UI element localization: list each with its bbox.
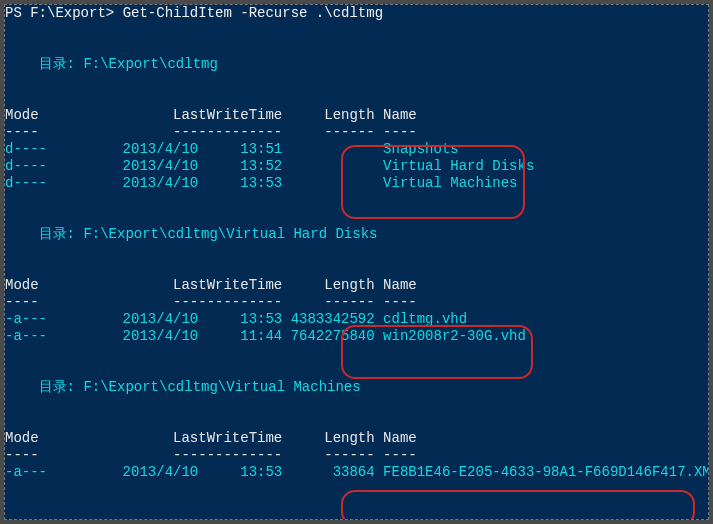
- table-row: -a--- 2013/4/10 13:53 4383342592 cdltmg.…: [5, 311, 708, 328]
- blank-line: [5, 73, 708, 90]
- col-lwt: LastWriteTime: [114, 277, 282, 293]
- blank-line: [5, 192, 708, 209]
- table-row: -a--- 2013/4/10 13:53 33864 FE8B1E46-E20…: [5, 464, 708, 481]
- column-header: Mode LastWriteTime Length Name: [5, 277, 708, 294]
- dir-line: 目录: F:\Export\cdltmg: [5, 56, 708, 73]
- row-time: 13:51: [198, 141, 282, 157]
- blank-line: [5, 260, 708, 277]
- powershell-terminal[interactable]: PS F:\Export> Get-ChildItem -Recurse .\c…: [5, 5, 708, 481]
- col-lwt: LastWriteTime: [114, 430, 282, 446]
- row-date: 2013/4/10: [114, 141, 198, 157]
- row-mode: d----: [5, 175, 114, 191]
- div-name: ----: [383, 124, 417, 140]
- row-time: 11:44: [198, 328, 282, 344]
- blank-line: [5, 396, 708, 413]
- row-length: 33864: [282, 464, 374, 480]
- screenshot-frame: PS F:\Export> Get-ChildItem -Recurse .\c…: [4, 4, 709, 520]
- row-time: 13:53: [198, 311, 282, 327]
- dir-line: 目录: F:\Export\cdltmg\Virtual Hard Disks: [5, 226, 708, 243]
- column-divider: ---- ------------- ------ ----: [5, 124, 708, 141]
- row-length: 7642275840: [282, 328, 374, 344]
- div-length: ------: [282, 447, 374, 463]
- table-row: d---- 2013/4/10 13:51 Snapshots: [5, 141, 708, 158]
- row-name: Snapshots: [383, 141, 459, 157]
- div-name: ----: [383, 447, 417, 463]
- row-mode: d----: [5, 158, 114, 174]
- div-lwt: -------------: [114, 294, 282, 310]
- row-name: cdltmg.vhd: [383, 311, 467, 327]
- row-length: [282, 141, 374, 157]
- row-length: [282, 158, 374, 174]
- table-row: d---- 2013/4/10 13:53 Virtual Machines: [5, 175, 708, 192]
- col-length: Length: [282, 430, 374, 446]
- div-lwt: -------------: [114, 124, 282, 140]
- row-date: 2013/4/10: [114, 328, 198, 344]
- col-name: Name: [383, 277, 417, 293]
- blank-line: [5, 209, 708, 226]
- div-length: ------: [282, 124, 374, 140]
- blank-line: [5, 345, 708, 362]
- column-divider: ---- ------------- ------ ----: [5, 447, 708, 464]
- div-length: ------: [282, 294, 374, 310]
- col-name: Name: [383, 107, 417, 123]
- table-row: -a--- 2013/4/10 11:44 7642275840 win2008…: [5, 328, 708, 345]
- row-name: FE8B1E46-E205-4633-98A1-F669D146F417.XML: [383, 464, 709, 480]
- col-mode: Mode: [5, 107, 114, 123]
- column-divider: ---- ------------- ------ ----: [5, 294, 708, 311]
- prompt-prefix: PS F:\Export>: [5, 5, 123, 21]
- table-row: d---- 2013/4/10 13:52 Virtual Hard Disks: [5, 158, 708, 175]
- div-name: ----: [383, 294, 417, 310]
- row-time: 13:53: [198, 175, 282, 191]
- row-mode: -a---: [5, 464, 114, 480]
- div-mode: ----: [5, 124, 114, 140]
- div-lwt: -------------: [114, 447, 282, 463]
- col-lwt: LastWriteTime: [114, 107, 282, 123]
- row-date: 2013/4/10: [114, 464, 198, 480]
- row-time: 13:53: [198, 464, 282, 480]
- div-mode: ----: [5, 447, 114, 463]
- div-mode: ----: [5, 294, 114, 310]
- blank-line: [5, 362, 708, 379]
- row-length: [282, 175, 374, 191]
- col-length: Length: [282, 107, 374, 123]
- command-text: Get-ChildItem -Recurse .\cdltmg: [123, 5, 383, 21]
- row-mode: d----: [5, 141, 114, 157]
- row-time: 13:52: [198, 158, 282, 174]
- annotation-highlight: [341, 490, 695, 520]
- row-name: Virtual Machines: [383, 175, 517, 191]
- col-length: Length: [282, 277, 374, 293]
- col-mode: Mode: [5, 430, 114, 446]
- row-mode: -a---: [5, 311, 114, 327]
- col-mode: Mode: [5, 277, 114, 293]
- col-name: Name: [383, 430, 417, 446]
- blank-line: [5, 413, 708, 430]
- row-mode: -a---: [5, 328, 114, 344]
- row-date: 2013/4/10: [114, 311, 198, 327]
- dir-line: 目录: F:\Export\cdltmg\Virtual Machines: [5, 379, 708, 396]
- row-name: Virtual Hard Disks: [383, 158, 534, 174]
- row-name: win2008r2-30G.vhd: [383, 328, 526, 344]
- row-length: 4383342592: [282, 311, 374, 327]
- column-header: Mode LastWriteTime Length Name: [5, 430, 708, 447]
- blank-line: [5, 22, 708, 39]
- row-date: 2013/4/10: [114, 158, 198, 174]
- blank-line: [5, 243, 708, 260]
- row-date: 2013/4/10: [114, 175, 198, 191]
- column-header: Mode LastWriteTime Length Name: [5, 107, 708, 124]
- prompt-line[interactable]: PS F:\Export> Get-ChildItem -Recurse .\c…: [5, 5, 708, 22]
- blank-line: [5, 90, 708, 107]
- blank-line: [5, 39, 708, 56]
